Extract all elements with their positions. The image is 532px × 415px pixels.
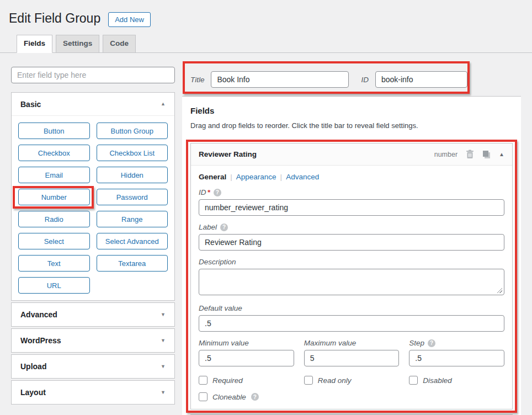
type-button-select[interactable]: Select bbox=[18, 233, 90, 249]
field-type-search-input[interactable] bbox=[11, 67, 175, 83]
type-button-button[interactable]: Button bbox=[18, 123, 90, 139]
fields-description: Drag and drop fields to reorder. Click t… bbox=[190, 121, 513, 130]
type-button-url[interactable]: URL bbox=[18, 277, 90, 294]
collapse-up-icon: ▲ bbox=[499, 151, 504, 157]
required-marker: * bbox=[208, 188, 210, 196]
type-button-hidden[interactable]: Hidden bbox=[97, 167, 168, 183]
help-icon[interactable]: ? bbox=[428, 339, 435, 347]
type-button-textarea[interactable]: Textarea bbox=[97, 255, 168, 272]
add-new-button[interactable]: Add New bbox=[108, 12, 151, 27]
section-upload-header[interactable]: Upload ▼ bbox=[12, 355, 174, 378]
delete-field-button[interactable] bbox=[466, 150, 474, 159]
cloneable-checkbox-item[interactable]: Cloneable ? bbox=[199, 392, 504, 401]
section-advanced-label: Advanced bbox=[20, 310, 57, 319]
field-group-editor: Title ID Fields Drag and drop fields to … bbox=[182, 53, 521, 415]
field-label-label: Label ? bbox=[199, 223, 504, 231]
field-default-label: Default value bbox=[199, 304, 504, 312]
field-flags-row: Required Read only Disabled bbox=[199, 376, 504, 385]
field-tab-appearance[interactable]: Appearance bbox=[236, 173, 276, 181]
duplicate-field-button[interactable] bbox=[482, 150, 491, 159]
section-basic-label: Basic bbox=[20, 100, 41, 109]
read-only-checkbox-label: Read only bbox=[318, 376, 352, 385]
section-basic-header[interactable]: Basic ▲ bbox=[12, 93, 174, 116]
required-checkbox-item[interactable]: Required bbox=[199, 376, 294, 385]
field-max-input[interactable] bbox=[304, 350, 400, 366]
fields-heading: Fields bbox=[190, 106, 513, 115]
field-default-input[interactable] bbox=[199, 315, 504, 332]
disabled-checkbox-item[interactable]: Disabled bbox=[409, 376, 504, 385]
field-min-input[interactable] bbox=[199, 350, 294, 366]
group-id-label: ID bbox=[361, 76, 369, 84]
checkbox-icon[interactable] bbox=[409, 376, 418, 385]
group-title-input[interactable] bbox=[211, 71, 349, 88]
type-button-checkbox-list[interactable]: Checkbox List bbox=[97, 145, 168, 161]
tab-code[interactable]: Code bbox=[103, 35, 136, 52]
section-wordpress-label: WordPress bbox=[20, 336, 61, 345]
checkbox-icon[interactable] bbox=[304, 376, 313, 385]
section-layout-header[interactable]: Layout ▼ bbox=[12, 381, 174, 404]
expand-down-icon: ▼ bbox=[161, 364, 166, 369]
group-title-bar: Title ID bbox=[182, 53, 521, 97]
type-button-button-group[interactable]: Button Group bbox=[97, 123, 168, 139]
field-card-header[interactable]: Reviewer Rating number bbox=[191, 143, 512, 166]
tab-fields[interactable]: Fields bbox=[17, 35, 52, 53]
type-button-email[interactable]: Email bbox=[18, 167, 90, 183]
collapse-up-icon: ▲ bbox=[161, 102, 166, 107]
fields-panel: Fields Drag and drop fields to reorder. … bbox=[182, 97, 521, 415]
type-button-checkbox[interactable]: Checkbox bbox=[18, 145, 90, 161]
help-icon[interactable]: ? bbox=[251, 393, 259, 401]
field-tab-general[interactable]: General bbox=[199, 173, 226, 181]
field-settings-tabs: General|Appearance|Advanced bbox=[199, 173, 504, 181]
field-title: Reviewer Rating bbox=[199, 150, 257, 158]
page-title: Edit Field Group bbox=[9, 11, 100, 26]
tab-content: Basic ▲ Button Button Group Checkbox Che… bbox=[0, 53, 532, 415]
section-advanced-header[interactable]: Advanced ▼ bbox=[12, 303, 174, 326]
field-label-input[interactable] bbox=[199, 234, 504, 251]
type-button-range[interactable]: Range bbox=[97, 211, 168, 227]
expand-down-icon: ▼ bbox=[161, 338, 166, 343]
tab-separator: | bbox=[276, 173, 286, 181]
required-checkbox-label: Required bbox=[212, 376, 243, 385]
field-card-reviewer-rating: Reviewer Rating number bbox=[190, 143, 513, 409]
page-header: Edit Field Group Add New bbox=[0, 0, 532, 35]
field-type-sidebar: Basic ▲ Button Button Group Checkbox Che… bbox=[11, 53, 175, 415]
field-max-label: Maximum value bbox=[304, 339, 400, 347]
section-upload-label: Upload bbox=[20, 362, 46, 371]
field-step-input[interactable] bbox=[409, 350, 504, 366]
type-button-text[interactable]: Text bbox=[18, 255, 90, 272]
type-button-select-advanced[interactable]: Select Advanced bbox=[97, 233, 168, 249]
tab-settings[interactable]: Settings bbox=[56, 35, 99, 52]
field-min-label: Minimum value bbox=[199, 339, 294, 347]
trash-icon bbox=[466, 150, 474, 159]
type-button-number[interactable]: Number bbox=[18, 189, 90, 205]
collapse-field-button[interactable]: ▲ bbox=[499, 151, 504, 157]
checkbox-icon[interactable] bbox=[199, 392, 208, 401]
field-description-label: Description bbox=[199, 258, 504, 266]
type-button-password[interactable]: Password bbox=[97, 189, 168, 205]
field-step-label: Step ? bbox=[409, 339, 504, 347]
main-tabbar: Fields Settings Code bbox=[0, 35, 532, 53]
checkbox-icon[interactable] bbox=[199, 376, 208, 385]
group-title-label: Title bbox=[190, 76, 204, 84]
section-wordpress-header[interactable]: WordPress ▼ bbox=[12, 329, 174, 352]
type-button-radio[interactable]: Radio bbox=[18, 211, 90, 227]
help-icon[interactable]: ? bbox=[214, 189, 221, 196]
expand-down-icon: ▼ bbox=[161, 390, 166, 395]
field-id-input[interactable] bbox=[199, 199, 504, 216]
read-only-checkbox-item[interactable]: Read only bbox=[304, 376, 400, 385]
group-id-input[interactable] bbox=[375, 71, 467, 88]
tab-separator: | bbox=[226, 173, 236, 181]
disabled-checkbox-label: Disabled bbox=[423, 376, 452, 385]
section-advanced: Advanced ▼ bbox=[11, 302, 175, 327]
field-id-label: ID* ? bbox=[199, 188, 504, 196]
expand-down-icon: ▼ bbox=[161, 312, 166, 317]
field-tab-advanced[interactable]: Advanced bbox=[286, 173, 319, 181]
section-wordpress: WordPress ▼ bbox=[11, 328, 175, 353]
help-icon[interactable]: ? bbox=[220, 224, 228, 231]
field-type-grid: Button Button Group Checkbox Checkbox Li… bbox=[12, 116, 174, 300]
min-max-step-row: Minimum value Maximum value bbox=[199, 332, 504, 366]
section-layout-label: Layout bbox=[20, 388, 46, 397]
section-layout: Layout ▼ bbox=[11, 380, 175, 405]
section-basic: Basic ▲ Button Button Group Checkbox Che… bbox=[11, 92, 175, 301]
field-description-textarea[interactable] bbox=[199, 269, 504, 295]
